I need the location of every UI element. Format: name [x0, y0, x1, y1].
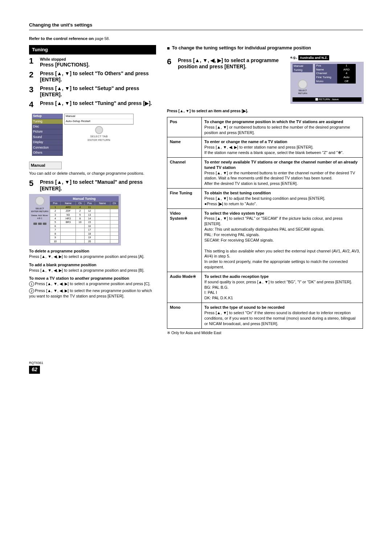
row-body-pos: To change the programme position in whic… [202, 117, 363, 137]
cell [110, 220, 118, 224]
manual-description: You can add or delete channels, or chang… [29, 171, 156, 176]
cell: 4 [50, 217, 61, 220]
cell [95, 217, 110, 220]
cell [95, 232, 110, 235]
field-val: ARD [337, 68, 356, 72]
row-key-videosystem: Video System※ [167, 208, 202, 272]
cell [110, 232, 118, 235]
individual-tuning-text: To change the tuning settings for indivi… [172, 45, 311, 52]
setup-menu-item: Picture [32, 129, 63, 134]
cell [110, 239, 118, 243]
setup-panel: Manual Auto-Setup Restart [64, 114, 134, 125]
cell: 15 [84, 220, 95, 224]
setup-menu-item: Sound [32, 135, 63, 140]
row-head: To select the type of sound to be record… [204, 305, 285, 309]
ref-text: Refer to the control reference on [29, 36, 95, 41]
manual-tuning-screenshot: SELECT ENTER RETURN Delete: Add: Move: A… [29, 194, 121, 246]
row-head: To enter newly available TV stations or … [204, 160, 358, 170]
page-footer: RQT8361 62 [29, 361, 363, 374]
cell: HR3 [61, 217, 76, 220]
cell: 19 [84, 236, 95, 239]
row-body-finetuning: To obtain the best tuning conditionPress… [202, 189, 363, 209]
cell: 20 [84, 239, 95, 243]
cell: ZDF [61, 209, 76, 213]
row-key-finetuning: Fine Tuning [167, 189, 202, 209]
cell: 18 [84, 232, 95, 235]
table-header: Ch [110, 202, 118, 205]
cell [61, 224, 76, 228]
step2-instruction: Press [▲, ▼] to select "To Others" and p… [40, 70, 156, 83]
navigation-wheel-icon [95, 126, 103, 134]
row-body-audiomode: To select the audio reception typeIf sou… [202, 272, 363, 303]
cell: BR3 [61, 220, 76, 224]
setup-menu-item: Connection [32, 145, 63, 150]
cell: 4 [76, 205, 84, 209]
row-body-channel: To enter newly available TV stations or … [202, 157, 363, 188]
move-text-1: Press [▲, ▼, ◀, ▶] to select a programme… [35, 281, 150, 286]
mtune-fields: Pos1 NameARD Channel4 Fine TuningAuto Mo… [315, 64, 356, 95]
field-key: Pos [315, 64, 337, 68]
footnote: ※ Only for Asia and Middle East [167, 330, 363, 335]
cell: 8 [76, 217, 84, 220]
step-number-6: 6 [167, 57, 175, 66]
setup-panel-item: Manual [65, 114, 133, 119]
field-key: Channel [315, 72, 337, 76]
cell: 1 [50, 205, 61, 209]
cell: 5 [50, 220, 61, 224]
cell [110, 228, 118, 232]
row-head: To obtain the best tuning condition [204, 191, 271, 195]
field-val: 1 [337, 64, 356, 68]
setup-icons-label: SELECT TAB ENTER RETURN [64, 126, 134, 143]
step1-instruction: Press [FUNCTIONS]. [40, 62, 156, 68]
delete-body: Press [▲, ▼, ◀, ▶] to select a programme… [29, 254, 156, 259]
cell: 9 [50, 236, 61, 239]
cell [110, 205, 118, 209]
row-key-audiomode: Audio Mode※ [167, 272, 202, 303]
cell [95, 228, 110, 232]
step-number-4: 4 [29, 100, 37, 109]
navigation-wheel-icon [35, 196, 45, 206]
move-body-1: 1Press [▲, ▼, ◀, ▶] to select a programm… [29, 281, 156, 287]
setup-panel-item: Auto-Setup Restart [65, 119, 133, 124]
cell [95, 220, 110, 224]
setup-menu-item: Setup [32, 114, 63, 119]
color-buttons [33, 223, 46, 225]
move-body-2: 2Press [▲, ▼, ◀, ▶] to select the new pr… [29, 288, 156, 299]
cell [95, 209, 110, 213]
document-code: RQT8361 [29, 361, 363, 365]
cell: 6 [50, 224, 61, 228]
row-key-name: Name [167, 137, 202, 158]
cell: 17 [84, 228, 95, 232]
cell [61, 236, 76, 239]
step-number-3: 3 [29, 85, 37, 94]
field-val: Auto [337, 76, 356, 80]
tuning-heading: Tuning [29, 45, 156, 54]
control-reference: Refer to the control reference on page 5… [29, 36, 363, 42]
cell: 14 [84, 217, 95, 220]
row-key-channel: Channel [167, 157, 202, 188]
select-item-note: Press [▲, ▼] to select an item and press… [167, 108, 363, 113]
row-text: If sound quality is poor, press [▲, ▼] t… [204, 280, 352, 300]
step-circle-1: 1 [29, 281, 34, 287]
row-body-videosystem: To select the video system typePress [▲,… [202, 208, 363, 272]
eg-prefix: e.g., [290, 55, 297, 60]
row-text: Press [▲, ▼] or the numbered buttons to … [204, 171, 355, 186]
mtune-bottom-bar: RETURN : leave [293, 97, 362, 102]
cell: ARD [61, 205, 76, 209]
cell: 16 [84, 224, 95, 228]
manual-tuning-title: Manual Tuning [50, 196, 119, 201]
setup-menu: Setup Tuning Disc Picture Sound Display … [32, 114, 63, 156]
move-text-2: Press [▲, ▼, ◀, ▶] to select the new pro… [29, 288, 152, 298]
setup-menu-item: Disc [32, 124, 63, 129]
setup-icons-text: SELECT TAB ENTER RETURN [87, 135, 110, 142]
field-key: Mono [315, 80, 337, 84]
row-text: Press [▲, ▼] to select "PAL" or "SECAM" … [204, 216, 360, 269]
step4-instruction: Press [▲, ▼] to select "Tuning" and pres… [40, 100, 156, 107]
cell [61, 239, 76, 243]
setup-screenshot: Setup Tuning Disc Picture Sound Display … [29, 111, 136, 159]
table-header: Name [61, 202, 76, 205]
row-text: Press [▲, ▼] or numbered buttons to sele… [204, 125, 350, 135]
table-header: Ch [76, 202, 84, 205]
step-circle-2: 2 [29, 288, 34, 293]
page-number: 62 [29, 366, 40, 374]
